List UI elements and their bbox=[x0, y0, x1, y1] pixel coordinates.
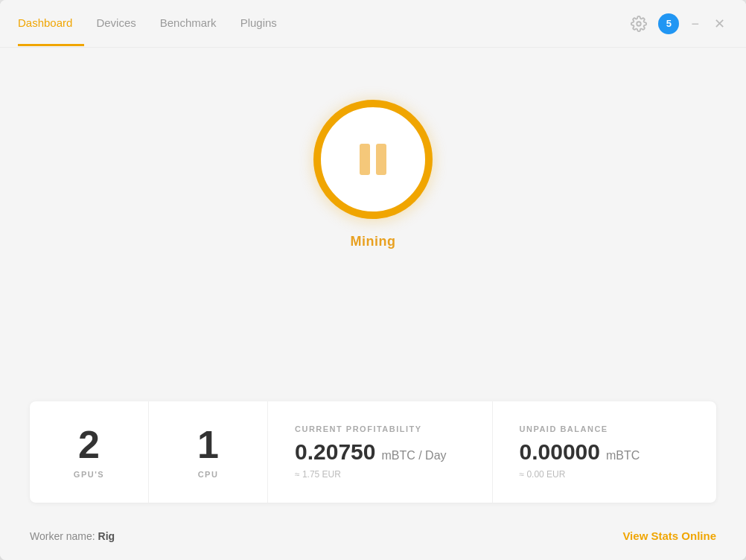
balance-approx: ≈ 0.00 EUR bbox=[520, 469, 690, 480]
svg-point-0 bbox=[637, 22, 642, 26]
close-button[interactable]: ✕ bbox=[711, 14, 728, 34]
stats-card: 2 GPU'S 1 CPU CURRENT PROFITABILITY 0.20… bbox=[30, 401, 716, 503]
minimize-button[interactable]: − bbox=[688, 14, 702, 34]
tab-dashboard[interactable]: Dashboard bbox=[18, 1, 84, 46]
mining-button[interactable] bbox=[313, 100, 433, 219]
cpu-stat-block: 1 CPU bbox=[149, 401, 268, 503]
main-content: Mining 2 GPU'S 1 CPU CURRENT PROFITABILI… bbox=[0, 48, 746, 518]
mining-status-label: Mining bbox=[351, 234, 396, 249]
pause-bar-left bbox=[360, 144, 370, 175]
pause-bar-right bbox=[376, 144, 386, 175]
gpu-count: 2 bbox=[78, 425, 100, 464]
nav-tabs: Dashboard Devices Benchmark Plugins bbox=[18, 1, 289, 46]
cpu-label: CPU bbox=[198, 470, 219, 479]
header-actions: 5 − ✕ bbox=[628, 13, 728, 34]
footer: Worker name: Rig View Stats Online bbox=[0, 518, 746, 560]
tab-benchmark[interactable]: Benchmark bbox=[148, 1, 229, 46]
profitability-value-row: 0.20750 mBTC / Day bbox=[295, 439, 465, 465]
pause-icon bbox=[360, 144, 386, 175]
worker-name-value: Rig bbox=[98, 530, 115, 542]
gpu-stat-block: 2 GPU'S bbox=[30, 401, 149, 503]
tab-devices[interactable]: Devices bbox=[84, 1, 147, 46]
mining-container: Mining bbox=[313, 100, 433, 249]
profitability-approx: ≈ 1.75 EUR bbox=[295, 469, 465, 480]
balance-block: UNPAID BALANCE 0.00000 mBTC ≈ 0.00 EUR bbox=[493, 401, 717, 503]
balance-unit: mBTC bbox=[606, 449, 640, 462]
balance-title: UNPAID BALANCE bbox=[520, 424, 690, 433]
worker-name-display: Worker name: Rig bbox=[30, 530, 115, 542]
app-window: Dashboard Devices Benchmark Plugins 5 − … bbox=[0, 0, 746, 560]
view-stats-link[interactable]: View Stats Online bbox=[622, 529, 716, 542]
profitability-unit: mBTC / Day bbox=[381, 449, 446, 462]
header: Dashboard Devices Benchmark Plugins 5 − … bbox=[0, 0, 746, 48]
cpu-count: 1 bbox=[197, 425, 219, 464]
tab-plugins[interactable]: Plugins bbox=[229, 1, 289, 46]
settings-icon[interactable] bbox=[628, 13, 649, 34]
balance-value: 0.00000 bbox=[520, 439, 600, 465]
profitability-title: CURRENT PROFITABILITY bbox=[295, 424, 465, 433]
worker-prefix: Worker name: bbox=[30, 530, 98, 542]
gpu-label: GPU'S bbox=[74, 470, 104, 479]
notification-badge[interactable]: 5 bbox=[658, 13, 679, 34]
stats-container: 2 GPU'S 1 CPU CURRENT PROFITABILITY 0.20… bbox=[30, 401, 716, 518]
profitability-value: 0.20750 bbox=[295, 439, 375, 465]
profitability-block: CURRENT PROFITABILITY 0.20750 mBTC / Day… bbox=[268, 401, 493, 503]
balance-value-row: 0.00000 mBTC bbox=[520, 439, 690, 465]
